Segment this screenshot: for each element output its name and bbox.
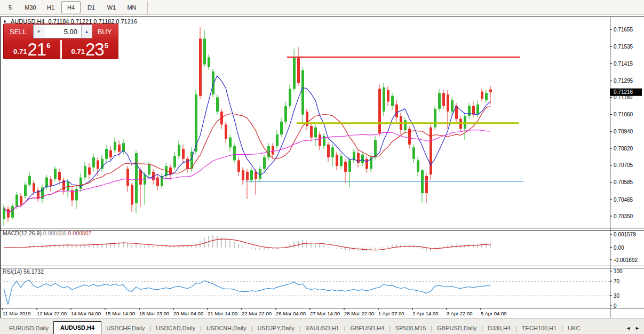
volume-decrease-button[interactable]: ▼ (34, 25, 44, 38)
candle-body (289, 89, 291, 106)
candle-body (97, 160, 99, 169)
candle-body (33, 183, 35, 192)
macd-histogram-bar (439, 248, 440, 248)
price-axis-label: 0.70940 (614, 129, 633, 134)
candle-body (365, 159, 368, 169)
candle-body (425, 176, 428, 193)
buy-price-sup: 5 (105, 42, 108, 50)
candle-body (250, 170, 253, 180)
macd-histogram-bar (127, 243, 128, 248)
candle-body (472, 106, 475, 114)
candle-body (246, 172, 249, 180)
macd-histogram-bar (481, 244, 482, 248)
chart-tab-usdjpy-daily[interactable]: USDJPY,Daily (252, 323, 299, 334)
sell-price-button[interactable]: 0.71 21 6 (4, 40, 60, 59)
volume-input[interactable]: 5.00 (44, 25, 81, 38)
candle-body (225, 124, 227, 139)
date-axis-label: 27 Mar 14:00 (310, 311, 340, 316)
trade-panel-toggle-icon[interactable]: ▲ (3, 19, 7, 23)
macd-histogram-bar (238, 244, 239, 248)
macd-histogram-bar (59, 244, 60, 248)
candle-body (182, 149, 185, 159)
candle-body (336, 155, 338, 166)
candle-body (237, 160, 240, 171)
candle-body (199, 38, 202, 96)
macd-histogram-bar (217, 236, 218, 248)
date-axis-label: 18 Mar 23:00 (139, 311, 169, 316)
macd-histogram-bar (131, 245, 132, 248)
macd-histogram-bar (136, 244, 137, 248)
rsi-axis-label: 70 (614, 279, 620, 284)
candle-body (408, 129, 411, 145)
chart-tab-ukc[interactable]: UKC (563, 323, 585, 334)
macd-axis-label: 0.001579 (614, 232, 636, 237)
candle-body (263, 157, 266, 169)
chart-tab-gbpusd-h4[interactable]: GBPUSD,H4 (346, 323, 389, 334)
candle-body (216, 97, 219, 112)
macd-histogram-bar (293, 242, 295, 248)
price-axis-label: 0.70465 (614, 197, 633, 203)
macd-histogram-bar (140, 245, 141, 248)
candle-body (233, 146, 236, 161)
macd-histogram-bar (340, 248, 341, 249)
sell-button[interactable]: SELL (4, 24, 33, 39)
candle-body (28, 176, 31, 185)
macd-histogram-bar (144, 246, 145, 248)
chart-tab-usdcnh-daily[interactable]: USDCNH,Daily (202, 323, 251, 334)
tabs-scroll-right-icon[interactable]: ► (635, 325, 640, 331)
candle-body (395, 105, 398, 117)
chart-tab-xauusd-h1[interactable]: XAUUSD,H1 (301, 323, 344, 334)
macd-axis-label: 0.00 (614, 245, 624, 251)
rsi-line (4, 280, 490, 305)
chart-tab-bar: EURUSD,DailyAUDUSD,H4USDCHF,Daily|USDCAD… (0, 319, 644, 334)
macd-histogram-bar (71, 245, 73, 248)
candle-body (50, 179, 52, 186)
chart-tab-usdcad-daily[interactable]: USDCAD,Daily (151, 323, 200, 334)
buy-button[interactable]: BUY (91, 24, 118, 39)
tabs-scroll-left-icon[interactable]: ◄ (626, 325, 631, 331)
macd-histogram-bar (242, 246, 243, 248)
candle-body (135, 153, 138, 203)
volume-stepper: ▼ 5.00 ▲ (33, 25, 92, 38)
candle-body (173, 156, 176, 167)
sell-price-base: 0.71 (13, 47, 27, 55)
macd-histogram-bar (319, 244, 320, 248)
macd-histogram-bar (486, 243, 487, 248)
candle-body (109, 150, 112, 157)
macd-axis-label: -0.001692 (614, 257, 638, 263)
candle-body (348, 160, 351, 171)
candle-body (476, 105, 479, 115)
macd-histogram-bar (54, 244, 55, 248)
price-axis-label: 0.71060 (614, 112, 633, 117)
macd-signal-line (4, 239, 490, 250)
chart-tab-tech100-h1[interactable]: TECH100,H1 (517, 323, 561, 334)
candle-body (58, 172, 61, 180)
candle-body (75, 189, 78, 200)
candle-body (319, 134, 321, 146)
chart-tab-eurusd-daily[interactable]: EURUSD,Daily (4, 323, 53, 334)
candle-body (314, 128, 317, 138)
macd-histogram-bar (255, 248, 256, 250)
macd-histogram-bar (323, 245, 324, 248)
date-axis-label: 1 Apr 07:00 (378, 311, 404, 316)
candle-body (144, 174, 146, 185)
macd-histogram-bar (247, 248, 248, 248)
trade-panel-top-row: SELL ▼ 5.00 ▲ BUY (4, 24, 118, 39)
chart-tab-dj30-h4[interactable]: DJ30,H4 (483, 323, 515, 334)
macd-histogram-bar (400, 245, 401, 248)
volume-increase-button[interactable]: ▲ (81, 25, 92, 38)
macd-histogram-bar (50, 245, 51, 248)
macd-histogram-bar (336, 248, 337, 249)
chart-tab-audusd-h4[interactable]: AUDUSD,H4 (53, 321, 101, 334)
macd-histogram-bar (477, 244, 478, 248)
candle-body (148, 164, 150, 174)
chart-tab-sp500-m15[interactable]: SP500,M15 (391, 323, 431, 334)
macd-histogram-bar (161, 247, 162, 248)
chart-tab-usdchf-daily[interactable]: USDCHF,Daily (101, 323, 149, 334)
macd-title: MACD(12,26,9) 0.000556 0.000507 (3, 230, 92, 236)
chart-tab-gbpusd-daily[interactable]: GBPUSD,Daily (432, 323, 481, 334)
candle-body (259, 169, 261, 179)
date-axis-label: 11 Mar 2019 (3, 311, 31, 316)
buy-price-button[interactable]: 0.71 23 5 (62, 40, 118, 59)
macd-histogram-bar (417, 248, 418, 248)
